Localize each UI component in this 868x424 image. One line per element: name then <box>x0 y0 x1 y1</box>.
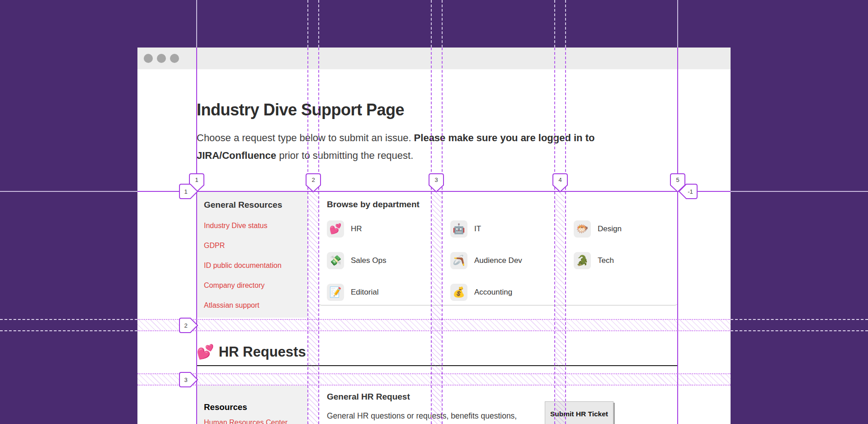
grid-row-line-1-ext-left <box>0 191 137 192</box>
link-gdpr[interactable]: GDPR <box>204 242 225 249</box>
general-resources-heading: General Resources <box>204 200 301 210</box>
department-sales-ops[interactable]: 💸 Sales Ops <box>327 252 450 269</box>
grid-gutter-line-ext <box>307 0 308 48</box>
general-hr-request-heading: General HR Request <box>327 392 580 402</box>
department-audience-dev[interactable]: 🪃 Audience Dev <box>450 252 574 269</box>
grid-row-gap-ext <box>731 319 868 320</box>
grid-gutter-line-ext <box>442 0 443 48</box>
grid-row-gap-ext <box>731 330 868 331</box>
window-control-dot[interactable] <box>157 54 166 63</box>
general-hr-request-section: General HR Request General HR questions … <box>327 392 580 421</box>
intro-text: Choose a request type below to submit an… <box>197 129 676 164</box>
window-control-dot[interactable] <box>144 54 153 63</box>
two-hearts-icon: 💕 <box>329 224 341 234</box>
resources-heading: Resources <box>204 402 301 412</box>
intro-normal: Choose a request type below to submit an… <box>197 132 414 143</box>
department-accounting[interactable]: 💰 Accounting <box>450 284 574 301</box>
money-wings-icon: 💸 <box>329 256 341 266</box>
grid-column-line-5-ext <box>677 0 678 48</box>
link-company-directory[interactable]: Company directory <box>204 281 264 289</box>
grid-row-gap-ext <box>0 330 137 331</box>
department-editorial[interactable]: 📝 Editorial <box>327 284 450 301</box>
crocodile-icon: 🐊 <box>576 256 588 266</box>
general-resources-panel: General Resources Industry Dive status G… <box>197 192 308 318</box>
robot-icon: 🤖 <box>453 224 465 234</box>
department-it[interactable]: 🤖 IT <box>450 220 574 238</box>
grid-gutter-line-ext <box>431 0 432 48</box>
two-hearts-icon: 💕 <box>197 343 214 360</box>
hr-resources-panel: Resources Human Resources Center <box>197 386 308 424</box>
money-bag-icon: 💰 <box>453 287 465 297</box>
link-id-public-documentation[interactable]: ID public documentation <box>204 262 282 269</box>
department-tech[interactable]: 🐊 Tech <box>574 252 678 269</box>
browser-window: Industry Dive Support Page Choose a requ… <box>137 48 731 424</box>
general-hr-request-description: General HR questions or requests, benefi… <box>327 411 580 421</box>
submit-hr-ticket-button[interactable]: Submit HR Ticket <box>545 401 613 424</box>
department-hr[interactable]: 💕 HR <box>327 220 450 238</box>
link-human-resources-center[interactable]: Human Resources Center <box>204 419 288 424</box>
section-divider <box>197 365 678 366</box>
grid-column-line-1-ext <box>196 0 197 48</box>
memo-icon: 📝 <box>329 287 341 297</box>
department-grid: 💕 HR 🤖 IT 🐡 Design 💸 Sales Ops 🪃 Audienc… <box>327 213 678 308</box>
link-industry-dive-status[interactable]: Industry Dive status <box>204 222 268 229</box>
grid-gutter-line-ext <box>554 0 555 48</box>
page-title: Industry Dive Support Page <box>197 100 404 119</box>
intro-tail: prior to submitting the request. <box>276 150 413 161</box>
grid-gutter-line-ext <box>565 0 566 48</box>
link-atlassian-support[interactable]: Atlassian support <box>204 301 259 309</box>
blowfish-icon: 🐡 <box>576 224 588 234</box>
grid-row-line-1-ext-right <box>731 191 868 192</box>
browse-heading: Browse by department <box>327 200 678 210</box>
browse-by-department-panel: Browse by department 💕 HR 🤖 IT 🐡 Design … <box>319 192 678 305</box>
hr-requests-heading: 💕 HR Requests <box>197 343 306 360</box>
grid-gutter-line-ext <box>318 0 319 48</box>
desktop-background: Industry Dive Support Page Choose a requ… <box>0 0 868 424</box>
window-titlebar <box>137 48 731 69</box>
grid-row-gap-ext <box>0 319 137 320</box>
department-design[interactable]: 🐡 Design <box>574 220 678 238</box>
window-control-dot[interactable] <box>170 54 179 63</box>
boomerang-icon: 🪃 <box>453 256 465 266</box>
